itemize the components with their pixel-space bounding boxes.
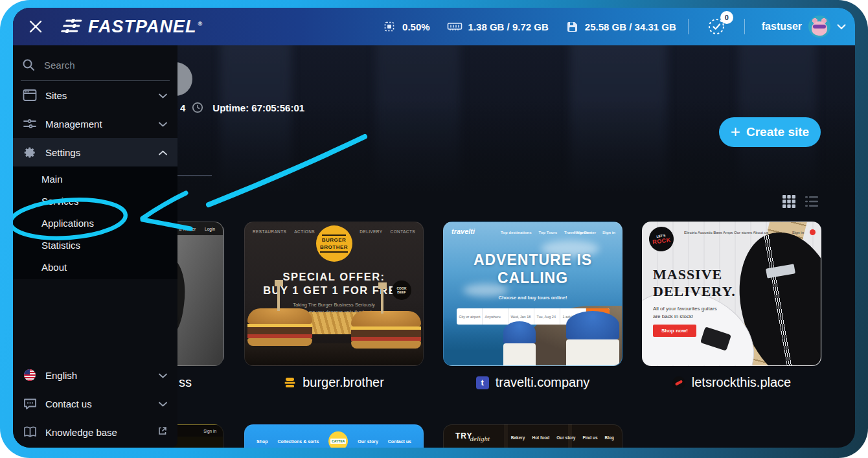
thumb-nav: Electric Acoustic Bass Amps Our stores A… <box>684 231 768 235</box>
chevron-down-icon <box>159 369 167 381</box>
site-card-letsrock: LET'S ROCK Electric Acoustic Bass Amps O… <box>642 222 821 390</box>
submenu-item-statistics[interactable]: Statistics <box>13 234 177 256</box>
book-icon <box>22 426 38 438</box>
burger-brother-logo: BURGER BROTHER <box>316 225 352 262</box>
disk-icon <box>565 20 579 34</box>
cook-beef-badge: COOKBEEF <box>392 281 411 300</box>
sidebar-spacer <box>13 279 177 361</box>
sites-icon <box>22 89 38 102</box>
sidebar-item-settings[interactable]: Settings <box>13 138 177 166</box>
user-avatar <box>808 16 830 38</box>
thumb-nav-item: a Trainer <box>179 227 196 231</box>
ram-value: 1.38 GB / 9.72 GB <box>468 21 549 32</box>
list-view-icon[interactable] <box>805 194 819 209</box>
burger-shape <box>247 308 312 346</box>
thumb-nav-right: Sign in <box>792 231 804 235</box>
gear-icon <box>22 146 38 159</box>
sidebar-search[interactable] <box>21 45 170 81</box>
user-menu[interactable]: fastuser <box>762 16 846 38</box>
chevron-down-icon <box>837 24 846 30</box>
chevron-down-icon <box>159 118 167 130</box>
submenu-item-main[interactable]: Main <box>13 168 177 190</box>
thumb-nav-item: Sign in <box>203 429 216 433</box>
fastpanel-logo[interactable]: FASTPANEL ® <box>58 17 201 37</box>
chevron-down-icon <box>159 89 167 101</box>
site-name: letsrockthis.place <box>692 375 791 390</box>
thumb-nav-item: ACTIONS <box>294 229 315 234</box>
shop-now-button: Shop now! <box>653 325 696 337</box>
active-tab-indicator <box>177 175 212 176</box>
blue-dome-shape <box>503 321 536 365</box>
site-name-row[interactable]: burger.brother <box>244 375 424 390</box>
cpu-cores-value: 4 <box>180 102 185 113</box>
sliders-icon <box>22 118 38 130</box>
chat-bubble-icon <box>22 398 38 410</box>
close-menu-icon[interactable] <box>25 16 47 38</box>
site-card-caytea: Shop Collections & sorts CAYTEA Our stor… <box>244 424 424 448</box>
submenu-label: Statistics <box>41 240 80 251</box>
contact-label: Contact us <box>45 398 92 409</box>
cpu-stat: 0.50% <box>382 19 430 34</box>
site-name: ss <box>179 375 192 390</box>
topbar: FASTPANEL ® 0.50% 1.3 <box>13 8 855 45</box>
submenu-item-services[interactable]: Services <box>13 190 177 212</box>
clock-icon <box>192 102 203 113</box>
site-name-row[interactable]: letsrockthis.place <box>642 375 821 390</box>
disk-stat: 25.58 GB / 34.31 GB <box>565 20 676 34</box>
thumb-nav-item: CONTACTS <box>391 229 415 234</box>
username: fastuser <box>762 21 802 32</box>
language-label: English <box>45 370 77 381</box>
submenu-label: About <box>41 262 67 273</box>
chevron-down-icon <box>159 398 167 409</box>
thumb-nav: Shop Collections & sorts CAYTEA Our stor… <box>245 431 423 448</box>
grid-view-icon[interactable] <box>782 194 796 209</box>
site-name-row[interactable]: t travelti.company <box>443 375 622 390</box>
knowledge-base-label: Knowledge base <box>45 427 117 438</box>
submenu-label: Applications <box>41 218 94 229</box>
cpu-value: 0.50% <box>402 21 430 32</box>
submenu-item-applications[interactable]: Applications <box>13 212 177 234</box>
thumb-nav-item: DELIVERY <box>360 229 382 234</box>
site-thumbnail[interactable]: travelti Top destinationsTop ToursTravel… <box>443 222 622 366</box>
blue-dome-shape <box>566 311 619 365</box>
create-site-label: Create site <box>746 125 809 139</box>
site-thumbnail[interactable]: TRYdelight Bakery Hot food Our story Fin… <box>443 424 622 448</box>
sidebar-item-language[interactable]: English <box>13 361 177 389</box>
cart-badge-shape <box>810 229 816 235</box>
uptime-value: Uptime: 67:05:56:01 <box>212 102 304 113</box>
sidebar-item-knowledge-base[interactable]: Knowledge base <box>13 418 177 446</box>
thumb-nav-item: RESTAURANTS <box>253 229 286 234</box>
fastpanel-app: 4 Uptime: 67:05:56:01 + Create site <box>13 8 855 448</box>
cpu-icon <box>382 19 396 34</box>
burger-shape <box>351 311 421 349</box>
sidebar-item-management[interactable]: Management <box>13 109 177 138</box>
site-thumbnail[interactable]: Shop Collections & sorts CAYTEA Our stor… <box>244 424 424 448</box>
search-input[interactable] <box>43 59 140 71</box>
thumb-subtitle: Choose and buy tours online! <box>444 295 622 301</box>
site-card-travelti: travelti Top destinationsTop ToursTravel… <box>443 222 622 390</box>
sidebar-item-label: Settings <box>45 147 80 158</box>
external-link-icon <box>158 426 167 438</box>
create-site-button[interactable]: + Create site <box>719 117 821 147</box>
site-thumbnail[interactable]: RESTAURANTS ACTIONS DELIVERY CONTACTS BU… <box>244 222 424 366</box>
thumb-headline: ADVENTURE IS CALLING <box>444 251 622 287</box>
submenu-item-about[interactable]: About <box>13 256 177 278</box>
notifications-button[interactable]: 0 <box>707 17 726 36</box>
ram-stat: 1.38 GB / 9.72 GB <box>447 21 549 32</box>
server-stats-row: 4 Uptime: 67:05:56:01 <box>180 100 304 115</box>
ram-icon <box>447 21 463 32</box>
site-card-trydelight: TRYdelight Bakery Hot food Our story Fin… <box>443 424 622 448</box>
equalizer-icon <box>58 17 83 36</box>
sidebar-item-sites[interactable]: Sites <box>13 81 177 109</box>
plus-icon: + <box>731 123 740 140</box>
burger-favicon <box>284 376 296 389</box>
thumb-subtitle: All of your favourites guitars are back … <box>653 305 717 321</box>
disk-value: 25.58 GB / 34.31 GB <box>585 21 676 32</box>
site-thumbnail[interactable]: LET'S ROCK Electric Acoustic Bass Amps O… <box>642 222 821 366</box>
sidebar-bottom: English Contact us <box>13 361 177 448</box>
site-name: burger.brother <box>303 375 384 390</box>
thumb-headline: MASSIVE DELIVERY. <box>653 266 736 300</box>
notifications-badge: 0 <box>720 11 733 24</box>
sidebar-item-contact[interactable]: Contact us <box>13 389 177 418</box>
submenu-label: Main <box>41 174 63 185</box>
